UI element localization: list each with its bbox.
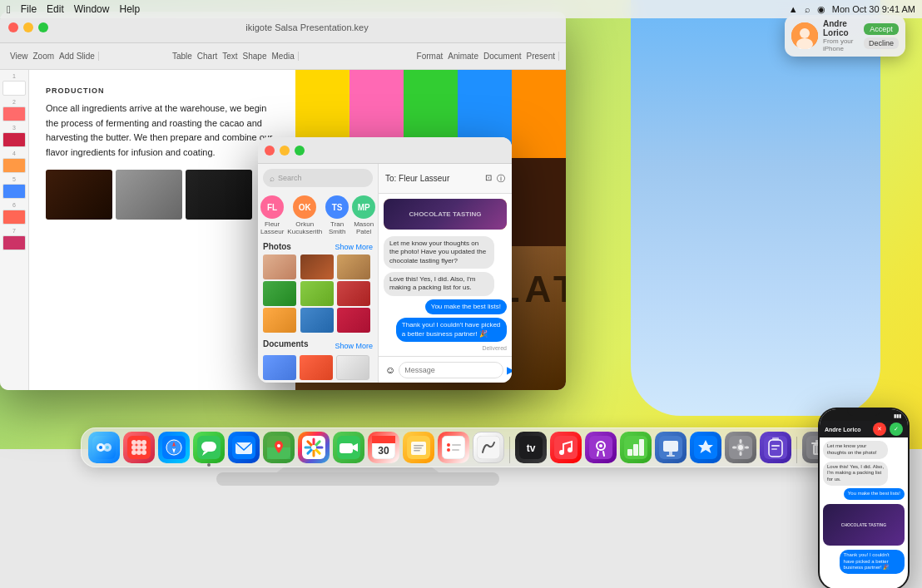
photo-thumb-4[interactable]	[263, 281, 296, 306]
svg-rect-72	[732, 447, 736, 449]
notification-decline-button[interactable]: Decline	[864, 37, 899, 49]
dock-music[interactable]	[550, 432, 582, 463]
iphone-decline-button[interactable]: ✕	[873, 422, 886, 436]
wifi-icon[interactable]: ▲	[789, 4, 798, 14]
slide-number-5: 5	[12, 176, 16, 182]
caller-avatar-image	[791, 22, 818, 49]
slide-thumb-4[interactable]	[2, 158, 26, 173]
svg-rect-44	[442, 436, 465, 459]
toolbar-media[interactable]: Media	[272, 52, 295, 61]
dock-keynote[interactable]	[655, 432, 687, 463]
toolbar-document[interactable]: Document	[483, 52, 522, 61]
photo-thumb-1[interactable]	[263, 254, 296, 279]
facetime-icon	[337, 436, 360, 459]
emoji-button[interactable]: ☺	[385, 364, 395, 376]
keynote-toolbar: View Zoom Add Slide Table Chart Text Sha…	[0, 43, 566, 70]
search-icon: ⌕	[270, 174, 275, 183]
messages-maximize-button[interactable]	[295, 146, 305, 156]
info-icon[interactable]: ⓘ	[497, 173, 505, 185]
iphone-screen: ▮▮▮ Andre Lorico ✕ ✓ Let me know your th…	[820, 409, 908, 588]
slide-thumb-1[interactable]	[2, 81, 26, 96]
dock-messages[interactable]	[193, 432, 225, 463]
contact-avatars-row: FL Fleur Lasseur OK Orkun Kucukserith TS…	[258, 192, 378, 239]
search-icon[interactable]: ⌕	[805, 4, 810, 14]
contact-3[interactable]: TS Tran Smith	[325, 195, 349, 235]
dock-reminders[interactable]	[438, 432, 469, 463]
maximize-button[interactable]	[38, 22, 48, 32]
messages-search-bar[interactable]: ⌕ Search	[263, 169, 373, 187]
send-button[interactable]: ▶	[507, 364, 512, 376]
photo-thumb-8[interactable]	[300, 308, 334, 333]
doc-thumb-1[interactable]	[263, 355, 296, 380]
photo-thumb-2[interactable]	[300, 254, 334, 279]
doc-thumb-3[interactable]	[336, 355, 369, 380]
toolbar-shape[interactable]: Shape	[243, 52, 267, 61]
photo-thumb-7[interactable]	[263, 308, 296, 333]
dock-safari[interactable]	[158, 432, 190, 463]
svg-text:30: 30	[378, 445, 389, 457]
dock-appstore[interactable]	[690, 432, 721, 463]
menubar-app-name[interactable]: File	[21, 3, 37, 15]
toolbar-chart[interactable]: Chart	[197, 52, 217, 61]
dock-notes[interactable]	[403, 432, 434, 463]
slide-thumb-7[interactable]	[2, 235, 26, 250]
minimize-button[interactable]	[23, 22, 33, 32]
dock-numbers[interactable]	[620, 432, 652, 463]
video-icon[interactable]: ⊡	[485, 173, 492, 185]
photo-thumb-3[interactable]	[337, 254, 370, 279]
toolbar-present[interactable]: Present	[527, 52, 555, 61]
toolbar-view[interactable]: View	[10, 52, 28, 61]
contact-1[interactable]: FL Fleur Lasseur	[260, 195, 284, 235]
doc-thumb-2[interactable]	[300, 355, 333, 380]
siri-icon[interactable]: ◉	[817, 4, 825, 15]
dock-freeform[interactable]	[473, 432, 504, 463]
menubar-edit[interactable]: Edit	[47, 3, 64, 15]
dock-maps[interactable]	[263, 432, 295, 463]
photo-thumb-6[interactable]	[337, 281, 370, 306]
chat-bubble-2: Love this! Yes, I did. Also, I'm making …	[384, 272, 494, 296]
menubar-window[interactable]: Window	[74, 3, 110, 15]
messages-minimize-button[interactable]	[280, 146, 290, 156]
apple-logo[interactable]: 	[7, 3, 11, 16]
dock-screentime[interactable]	[760, 432, 791, 463]
iphone-accept-button[interactable]: ✓	[890, 422, 903, 436]
dock: 30	[81, 427, 841, 467]
contact-4[interactable]: MP Mason Patel	[352, 195, 375, 235]
svg-rect-70	[740, 439, 742, 443]
slide-thumb-3[interactable]	[2, 132, 26, 147]
toolbar-format[interactable]: Format	[417, 52, 444, 61]
toolbar-table[interactable]: Table	[172, 52, 192, 61]
dock-podcasts[interactable]	[585, 432, 617, 463]
slide-thumb-2[interactable]	[2, 106, 26, 121]
slide-thumb-5[interactable]	[2, 184, 26, 199]
menubar-help[interactable]: Help	[119, 3, 140, 15]
contact-name-4: Mason Patel	[352, 220, 375, 235]
toolbar-add-slide[interactable]: Add Slide	[59, 52, 95, 61]
slide-thumb-6[interactable]	[2, 210, 26, 225]
notification-accept-button[interactable]: Accept	[864, 23, 899, 35]
show-more-photos[interactable]: Show More	[335, 243, 373, 251]
svg-rect-24	[201, 442, 216, 452]
iphone-bubble-1: Let me know your thoughts on the photo!	[823, 441, 888, 459]
dock-facetime[interactable]	[333, 432, 364, 463]
dock-settings[interactable]	[725, 432, 756, 463]
messages-close-button[interactable]	[265, 146, 275, 156]
chat-input[interactable]	[399, 362, 503, 378]
svg-point-69	[738, 445, 743, 450]
toolbar-text[interactable]: Text	[222, 52, 237, 61]
show-more-docs[interactable]: Show More	[335, 342, 373, 350]
photo-thumb-5[interactable]	[300, 281, 334, 306]
photo-thumb-9[interactable]	[337, 308, 370, 333]
close-button[interactable]	[8, 22, 18, 32]
toolbar-animate[interactable]: Animate	[448, 52, 478, 61]
contact-avatar-1: FL	[260, 195, 284, 219]
dock-launchpad[interactable]	[123, 432, 155, 463]
dock-finder[interactable]	[88, 432, 120, 463]
dock-photos[interactable]	[298, 432, 330, 463]
contact-2[interactable]: OK Orkun Kucukserith	[287, 195, 322, 235]
toolbar-zoom[interactable]: Zoom	[33, 52, 55, 61]
dock-mail[interactable]	[228, 432, 260, 463]
dock-tv[interactable]: tv	[515, 432, 547, 463]
appstore-icon	[694, 436, 717, 459]
dock-calendar[interactable]: 30	[368, 432, 399, 463]
